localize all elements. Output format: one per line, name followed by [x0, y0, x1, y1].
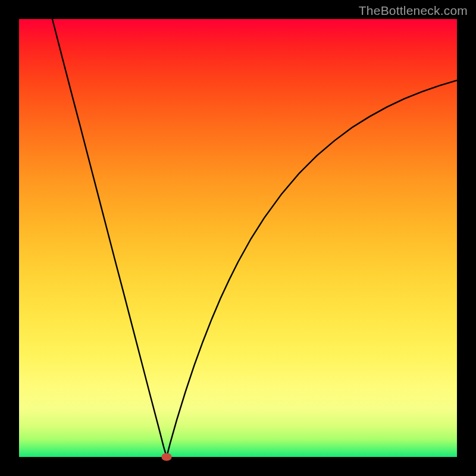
plot-area	[19, 19, 457, 457]
left-branch-line	[52, 19, 167, 457]
watermark-label: TheBottleneck.com	[359, 4, 468, 18]
minimum-marker	[162, 453, 172, 461]
curve-layer	[19, 19, 457, 457]
right-branch-line	[167, 80, 457, 457]
chart-frame: TheBottleneck.com	[0, 0, 476, 476]
